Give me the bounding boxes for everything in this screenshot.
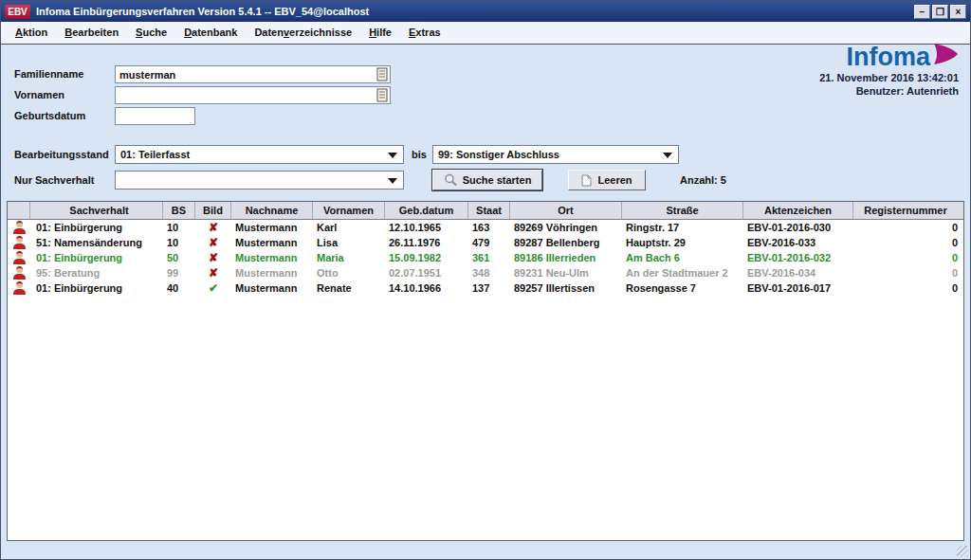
cell-registernummer: 0 <box>853 280 963 296</box>
familienname-label: Familienname <box>14 68 83 80</box>
suche-starten-label: Suche starten <box>463 174 532 186</box>
column-header-Staat[interactable]: Staat <box>468 202 510 219</box>
cell-staat: 137 <box>468 280 510 296</box>
cell-bild: ✘ <box>195 235 231 250</box>
person-female-icon <box>8 235 30 250</box>
cell-vornamen: Otto <box>313 265 385 280</box>
cell-ort: 89287 Bellenberg <box>510 235 622 250</box>
cell-vornamen: Karl <box>313 220 385 235</box>
geburtsdatum-label: Geburtsdatum <box>14 110 85 121</box>
menu-item-bearbeiten[interactable]: Bearbeiten <box>56 22 127 44</box>
menu-item-aktion[interactable]: Aktion <box>7 22 56 44</box>
search-icon <box>444 173 457 187</box>
menu-item-extras[interactable]: Extras <box>400 22 449 44</box>
column-header-Nachname[interactable]: Nachname <box>231 202 313 219</box>
check-icon: ✔ <box>209 281 218 295</box>
cell-registernummer: 0 <box>853 235 963 250</box>
minimize-button[interactable]: − <box>914 5 930 19</box>
current-datetime: 21. November 2016 13:42:01 <box>819 72 959 83</box>
table-row[interactable]: 51: Namensänderung10✘MustermannLisa26.11… <box>8 235 963 250</box>
cell-strasse: Rosengasse 7 <box>622 280 743 296</box>
vornamen-input[interactable] <box>115 86 391 104</box>
close-button[interactable]: × <box>950 5 966 19</box>
cell-strasse: An der Stadtmauer 2 <box>622 265 743 280</box>
leeren-button[interactable]: Leeren <box>568 170 646 190</box>
menu-item-suche[interactable]: Suche <box>127 22 175 44</box>
cell-sachverhalt: 01: Einbürgerung <box>30 280 163 296</box>
cell-strasse: Hauptstr. 29 <box>622 235 743 250</box>
app-icon: EBV <box>5 5 30 19</box>
cell-gebdatum: 12.10.1965 <box>385 220 468 235</box>
chevron-down-icon <box>388 153 397 158</box>
menu-item-datenbank[interactable]: Datenbank <box>175 22 246 44</box>
cell-nachname: Mustermann <box>231 250 313 265</box>
cell-nachname: Mustermann <box>231 280 313 296</box>
cell-staat: 361 <box>468 250 510 265</box>
cell-nachname: Mustermann <box>231 235 313 250</box>
cell-aktenzeichen: EBV-2016-033 <box>743 235 853 250</box>
cell-staat: 479 <box>468 235 510 250</box>
table-row[interactable]: 01: Einbürgerung40✔MustermannRenate14.10… <box>8 280 963 296</box>
bis-label: bis <box>412 149 427 160</box>
cell-aktenzeichen: EBV-2016-034 <box>743 265 853 280</box>
bearbeitungsstand-select[interactable]: 01: Teilerfasst <box>115 145 404 164</box>
column-header-Aktenzeichen[interactable]: Aktenzeichen <box>743 202 853 219</box>
person-female-icon <box>8 280 30 296</box>
cell-aktenzeichen: EBV-01-2016-030 <box>743 220 853 235</box>
chevron-down-icon <box>663 153 672 158</box>
table-row[interactable]: 01: Einbürgerung50✘MustermannMaria15.09.… <box>8 250 963 265</box>
menu-item-hilfe[interactable]: Hilfe <box>360 22 400 44</box>
menu-bar: AktionBearbeitenSucheDatenbankDatenverze… <box>1 22 970 45</box>
geburtsdatum-input[interactable] <box>115 107 195 125</box>
cell-ort: 89231 Neu-Ulm <box>510 265 622 280</box>
nur-sachverhalt-label: Nur Sachverhalt <box>14 174 94 186</box>
cell-registernummer: 0 <box>853 265 963 280</box>
cell-sachverhalt: 95: Beratung <box>30 265 163 280</box>
nur-sachverhalt-select[interactable] <box>115 171 404 190</box>
cell-aktenzeichen: EBV-01-2016-032 <box>743 250 853 265</box>
person-female-icon <box>8 250 30 265</box>
column-header-Bild[interactable]: Bild <box>195 202 231 219</box>
table-row[interactable]: 01: Einbürgerung10✘MustermannKarl12.10.1… <box>8 220 963 235</box>
column-header-BS[interactable]: BS <box>163 202 195 219</box>
cell-staat: 348 <box>468 265 510 280</box>
cell-sachverhalt: 01: Einbürgerung <box>30 250 163 265</box>
column-header-Geb.datum[interactable]: Geb.datum <box>385 202 468 219</box>
blank-page-icon <box>581 174 592 187</box>
column-header-icon[interactable] <box>8 202 30 219</box>
person-male-icon <box>8 220 30 235</box>
cell-bs: 10 <box>163 235 195 250</box>
current-user: Benutzer: Autenrieth <box>819 85 959 97</box>
cell-staat: 163 <box>468 220 510 235</box>
cell-nachname: Mustermann <box>231 265 313 280</box>
bearbeitungsstand-bis-select[interactable]: 99: Sonstiger Abschluss <box>432 145 679 164</box>
leeren-label: Leeren <box>597 174 632 186</box>
header-info: Infoma 21. November 2016 13:42:01 Benutz… <box>819 45 959 97</box>
suche-starten-button[interactable]: Suche starten <box>432 170 542 190</box>
resize-grip[interactable] <box>957 546 968 557</box>
cell-ort: 89257 Illertissen <box>510 280 622 296</box>
column-header-Straße[interactable]: Straße <box>622 202 743 219</box>
bearbeitungsstand-bis-value: 99: Sonstiger Abschluss <box>438 149 559 160</box>
column-header-Registernummer[interactable]: Registernummer <box>853 202 963 219</box>
cross-icon: ✘ <box>209 236 218 249</box>
column-header-Sachverhalt[interactable]: Sachverhalt <box>30 202 163 219</box>
table-row[interactable]: 95: Beratung99✘MustermannOtto02.07.19513… <box>8 265 963 280</box>
cross-icon: ✘ <box>209 251 218 264</box>
cell-gebdatum: 14.10.1966 <box>385 280 468 296</box>
cell-bild: ✘ <box>195 265 231 280</box>
column-header-Vornamen[interactable]: Vornamen <box>313 202 385 219</box>
cell-bild: ✔ <box>195 280 231 296</box>
title-bar: EBV Infoma Einbürgerungsverfahren Versio… <box>1 1 970 22</box>
familienname-input[interactable] <box>115 65 391 83</box>
menu-item-datenverzeichnisse[interactable]: Datenverzeichnisse <box>246 22 360 44</box>
column-header-Ort[interactable]: Ort <box>510 202 622 219</box>
bearbeitungsstand-value: 01: Teilerfasst <box>120 149 190 160</box>
chevron-down-icon <box>388 178 397 184</box>
cell-bs: 10 <box>163 220 195 235</box>
cell-ort: 89269 Vöhringen <box>510 220 622 235</box>
maximize-button[interactable]: ❐ <box>932 5 948 19</box>
cell-registernummer: 0 <box>853 220 963 235</box>
cell-vornamen: Renate <box>313 280 385 296</box>
cell-gebdatum: 15.09.1982 <box>385 250 468 265</box>
